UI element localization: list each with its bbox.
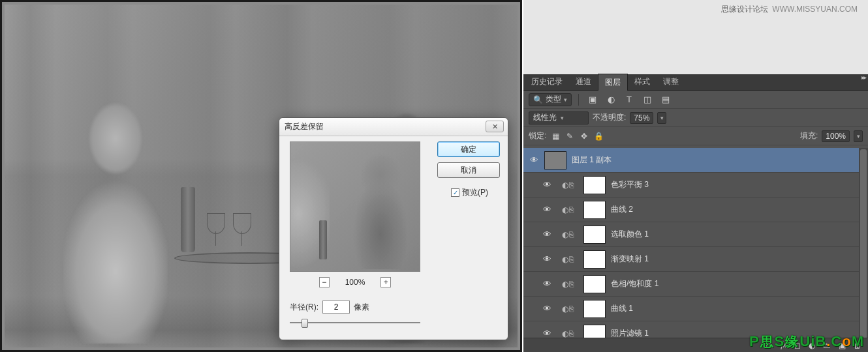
close-button[interactable]: ✕ [486, 121, 504, 132]
adjustment-icon: ◐ [562, 304, 568, 314]
adjustment-icon: ◐ [562, 280, 568, 289]
collapse-panel-icon[interactable]: ▸▸ [861, 74, 865, 81]
ok-button[interactable]: 确定 [437, 141, 500, 157]
blend-opacity-row: 线性光 ▾ 不透明度: 75% ▾ [523, 109, 868, 127]
radius-label: 半径(R): [290, 302, 318, 313]
layer-row[interactable]: 👁 图层 1 副本 [523, 148, 868, 173]
visibility-icon[interactable]: 👁 [542, 329, 552, 338]
mask-thumb [583, 325, 606, 338]
filter-pixel-icon[interactable]: ▣ [585, 93, 600, 106]
radius-slider[interactable] [290, 317, 420, 328]
layer-row[interactable]: 👁 ◐⎘ 曲线 1 [523, 297, 868, 321]
visibility-icon[interactable]: 👁 [529, 155, 539, 166]
mask-thumb [583, 275, 606, 293]
adjustment-icon: ◐ [562, 205, 568, 214]
visibility-icon[interactable]: 👁 [542, 229, 552, 240]
layer-row[interactable]: 👁 ◐⎘ 渐变映射 1 [523, 247, 868, 272]
blend-mode-dropdown[interactable]: 线性光 ▾ [529, 111, 589, 125]
layer-name[interactable]: 照片滤镜 1 [611, 328, 649, 338]
cancel-button[interactable]: 取消 [437, 162, 500, 178]
lock-paint-icon[interactable]: ✎ [565, 131, 575, 141]
fill-slider-toggle[interactable]: ▾ [854, 130, 863, 142]
link-icon: ⎘ [569, 304, 574, 314]
layer-name[interactable]: 渐变映射 1 [611, 254, 649, 265]
adjustment-icon: ◐ [562, 230, 568, 239]
link-icon: ⎘ [569, 255, 574, 264]
layer-name[interactable]: 曲线 2 [611, 204, 633, 215]
layer-name[interactable]: 图层 1 副本 [572, 154, 612, 166]
zoom-out-button[interactable]: − [319, 277, 330, 287]
dialog-title: 高反差保留 [285, 121, 324, 132]
lock-fill-row: 锁定: ▦ ✎ ✥ 🔒 填充: 100% ▾ [523, 127, 868, 145]
visibility-icon[interactable]: 👁 [542, 279, 552, 289]
visibility-icon[interactable]: 👁 [542, 254, 552, 265]
close-icon: ✕ [492, 123, 498, 131]
mask-thumb [583, 176, 606, 194]
tab-styles[interactable]: 样式 [628, 74, 657, 90]
lock-transparent-icon[interactable]: ▦ [550, 131, 561, 141]
lock-all-icon[interactable]: 🔒 [593, 131, 604, 141]
preview-checkbox-label: 预览(P) [462, 187, 488, 198]
tab-layers[interactable]: 图层 [598, 74, 628, 91]
link-icon: ⎘ [569, 230, 574, 239]
panel-tabs: 历史记录 通道 图层 样式 调整 [523, 75, 868, 91]
mask-thumb [583, 226, 606, 244]
mask-thumb [583, 250, 606, 269]
filter-preview[interactable] [290, 141, 420, 272]
layer-list[interactable]: 👁 图层 1 副本 👁 ◐⎘ 色彩平衡 3 👁 ◐⎘ 曲线 2 👁 ◐⎘ 选 [523, 148, 868, 338]
preview-checkbox[interactable]: ✓ [451, 188, 459, 197]
bride-figure [63, 102, 168, 344]
mask-thumb [583, 201, 606, 219]
tab-adjustments[interactable]: 调整 [657, 74, 685, 90]
layer-name[interactable]: 曲线 1 [611, 303, 633, 314]
link-icon: ⎘ [569, 181, 574, 190]
zoom-in-button[interactable]: + [380, 277, 391, 287]
tab-history[interactable]: 历史记录 [525, 74, 569, 90]
mask-thumb [583, 300, 606, 318]
adjustment-icon: ◐ [562, 255, 568, 264]
right-region: 思缘设计论坛WWW.MISSYUAN.COM ▸▸ 历史记录 通道 图层 样式 … [523, 0, 868, 352]
fill-value[interactable]: 100% [822, 130, 850, 142]
filter-shape-icon[interactable]: ◫ [640, 93, 655, 106]
highpass-dialog: 高反差保留 ✕ − 100% + 半径(R): 像素 确定 取消 ✓ 预览(P) [279, 117, 508, 340]
dialog-titlebar[interactable]: 高反差保留 ✕ [279, 118, 508, 136]
filter-adjust-icon[interactable]: ◐ [604, 93, 618, 106]
site-logo: P思S缘UiB.CoM [749, 333, 864, 351]
chevron-down-icon: ▾ [561, 115, 564, 121]
layer-row[interactable]: 👁 ◐⎘ 色彩平衡 3 [523, 173, 868, 198]
adjustment-icon: ◐ [562, 181, 568, 190]
layer-row[interactable]: 👁 ◐⎘ 曲线 2 [523, 198, 868, 222]
search-icon: 🔍 [533, 95, 543, 104]
zoom-level: 100% [345, 278, 365, 287]
radius-unit: 像素 [354, 302, 369, 313]
layer-thumb [544, 151, 566, 169]
chevron-down-icon: ▾ [564, 96, 567, 103]
slider-thumb[interactable] [302, 319, 308, 328]
visibility-icon[interactable]: 👁 [542, 180, 552, 190]
radius-input[interactable] [322, 301, 350, 314]
layer-row[interactable]: 👁 ◐⎘ 选取颜色 1 [523, 222, 868, 247]
lock-position-icon[interactable]: ✥ [579, 131, 589, 141]
layer-filter-row: 🔍 类型 ▾ ▣ ◐ T ◫ ▤ [523, 91, 868, 109]
opacity-label: 不透明度: [593, 112, 626, 123]
tab-channels[interactable]: 通道 [569, 74, 598, 90]
layer-row[interactable]: 👁 ◐⎘ 色相/饱和度 1 [523, 272, 868, 297]
layer-filter-dropdown[interactable]: 🔍 类型 ▾ [529, 93, 572, 106]
link-icon: ⎘ [569, 329, 574, 338]
filter-smart-icon[interactable]: ▤ [659, 93, 673, 106]
visibility-icon[interactable]: 👁 [542, 205, 552, 215]
filter-type-icon[interactable]: T [622, 93, 636, 106]
link-icon: ⎘ [569, 280, 574, 289]
layer-name[interactable]: 色相/饱和度 1 [611, 278, 659, 289]
watermark: 思缘设计论坛WWW.MISSYUAN.COM [721, 4, 858, 15]
layers-panel: ▸▸ 历史记录 通道 图层 样式 调整 🔍 类型 ▾ ▣ ◐ T ◫ ▤ 线性光… [523, 74, 868, 352]
lock-label: 锁定: [529, 130, 546, 141]
adjustment-icon: ◐ [562, 329, 568, 338]
layer-name[interactable]: 色彩平衡 3 [611, 179, 649, 190]
fill-label: 填充: [800, 130, 818, 141]
visibility-icon[interactable]: 👁 [542, 304, 552, 314]
opacity-slider-toggle[interactable]: ▾ [657, 112, 666, 124]
layers-scrollbar[interactable] [859, 148, 868, 338]
opacity-value[interactable]: 75% [630, 112, 653, 124]
layer-name[interactable]: 选取颜色 1 [611, 229, 649, 240]
